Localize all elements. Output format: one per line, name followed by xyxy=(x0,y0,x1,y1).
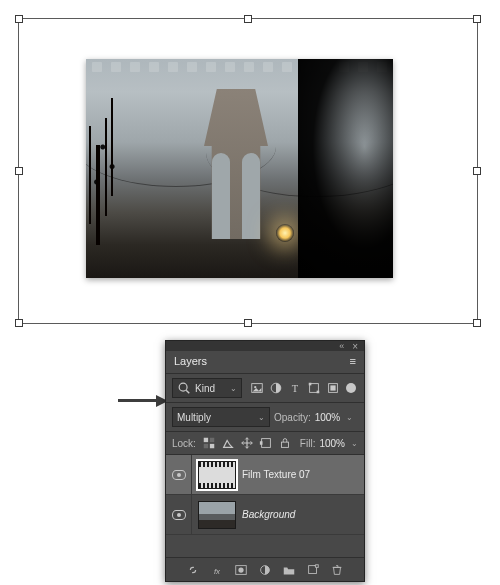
panel-menu-icon[interactable]: ≡ xyxy=(350,357,356,365)
visibility-toggle[interactable] xyxy=(166,495,192,534)
blend-mode-row: Multiply ⌄ Opacity: 100% ⌄ xyxy=(166,403,364,432)
svg-text:T: T xyxy=(292,383,299,394)
lock-transparent-pixels-icon[interactable] xyxy=(202,436,216,450)
transform-handle-se[interactable] xyxy=(473,319,481,327)
svg-point-0 xyxy=(179,383,187,391)
callout-arrow xyxy=(118,395,168,405)
svg-rect-10 xyxy=(330,385,335,390)
transform-handle-ne[interactable] xyxy=(473,15,481,23)
svg-point-20 xyxy=(238,567,243,572)
blend-mode-value: Multiply xyxy=(177,412,211,423)
chevron-down-icon: ⌄ xyxy=(258,413,265,422)
layer-thumbnail[interactable] xyxy=(198,501,236,529)
transform-handle-e[interactable] xyxy=(473,167,481,175)
visibility-toggle[interactable] xyxy=(166,455,192,494)
layer-name[interactable]: Film Texture 07 xyxy=(242,469,310,480)
svg-rect-14 xyxy=(204,444,208,448)
svg-rect-8 xyxy=(317,391,320,394)
tree-silhouette xyxy=(86,105,140,245)
layer-style-fx-icon[interactable]: fx xyxy=(210,563,224,577)
layer-filter-row: Kind ⌄ T xyxy=(166,374,364,403)
transform-handle-nw[interactable] xyxy=(15,15,23,23)
layers-panel: « × Layers ≡ Kind ⌄ T Multiply ⌄ Opacity… xyxy=(165,340,365,582)
new-adjustment-layer-icon[interactable] xyxy=(258,563,272,577)
composited-image xyxy=(86,59,393,278)
transform-handle-sw[interactable] xyxy=(15,319,23,327)
opacity-label: Opacity: xyxy=(274,412,311,423)
svg-rect-17 xyxy=(281,442,288,447)
chevron-down-icon: ⌄ xyxy=(230,384,237,393)
layer-row[interactable]: Film Texture 07 xyxy=(166,455,364,495)
add-mask-icon[interactable] xyxy=(234,563,248,577)
sun-flare xyxy=(276,224,294,242)
filter-smartobject-layers-icon[interactable] xyxy=(326,381,340,395)
filter-type-layers-icon[interactable]: T xyxy=(288,381,302,395)
collapse-icon[interactable]: « xyxy=(339,341,344,351)
svg-rect-11 xyxy=(204,438,208,442)
eye-icon xyxy=(172,510,186,520)
layers-panel-footer: fx xyxy=(166,557,364,581)
layers-list: Film Texture 07 Background xyxy=(166,455,364,557)
svg-line-1 xyxy=(186,390,189,393)
svg-rect-15 xyxy=(262,439,271,448)
canvas-area[interactable] xyxy=(18,18,480,325)
lock-all-icon[interactable] xyxy=(278,436,292,450)
lock-image-pixels-icon[interactable] xyxy=(221,436,235,450)
transform-handle-w[interactable] xyxy=(15,167,23,175)
filter-toggle[interactable] xyxy=(346,383,356,393)
fill-value[interactable]: 100% xyxy=(319,438,345,449)
filter-pixel-layers-icon[interactable] xyxy=(250,381,264,395)
svg-point-3 xyxy=(254,386,256,388)
new-layer-icon[interactable] xyxy=(306,563,320,577)
bridge-tower xyxy=(204,89,268,239)
filter-shape-layers-icon[interactable] xyxy=(307,381,321,395)
lock-row: Lock: Fill: 100% ⌄ xyxy=(166,432,364,455)
layer-row[interactable]: Background xyxy=(166,495,364,535)
delete-layer-icon[interactable] xyxy=(330,563,344,577)
filter-type-dropdown[interactable]: Kind ⌄ xyxy=(172,378,242,398)
transform-handle-s[interactable] xyxy=(244,319,252,327)
layer-thumbnail[interactable] xyxy=(198,461,236,489)
chevron-down-icon[interactable]: ⌄ xyxy=(351,439,358,448)
svg-rect-23 xyxy=(316,564,319,567)
panel-title-bar[interactable]: « × xyxy=(166,341,364,351)
fill-label: Fill: xyxy=(300,438,316,449)
lock-position-icon[interactable] xyxy=(240,436,254,450)
transform-handle-n[interactable] xyxy=(244,15,252,23)
filter-adjustment-layers-icon[interactable] xyxy=(269,381,283,395)
panel-tab-bar: Layers ≡ xyxy=(166,351,364,374)
link-layers-icon[interactable] xyxy=(186,563,200,577)
svg-rect-13 xyxy=(210,438,214,442)
svg-rect-12 xyxy=(210,444,214,448)
chevron-down-icon[interactable]: ⌄ xyxy=(346,413,353,422)
new-group-icon[interactable] xyxy=(282,563,296,577)
svg-text:fx: fx xyxy=(214,566,221,575)
layer-name[interactable]: Background xyxy=(242,509,295,520)
filter-type-label: Kind xyxy=(195,383,215,394)
close-icon[interactable]: × xyxy=(352,341,358,352)
blend-mode-dropdown[interactable]: Multiply ⌄ xyxy=(172,407,270,427)
eye-icon xyxy=(172,470,186,480)
search-icon xyxy=(177,381,191,395)
lock-artboard-icon[interactable] xyxy=(259,436,273,450)
svg-rect-16 xyxy=(260,441,263,445)
film-texture-dark-edge xyxy=(298,59,393,278)
svg-rect-7 xyxy=(309,383,312,386)
layers-empty-space xyxy=(166,535,364,557)
panel-title[interactable]: Layers xyxy=(174,355,207,367)
opacity-value[interactable]: 100% xyxy=(315,412,341,423)
lock-label: Lock: xyxy=(172,438,196,449)
